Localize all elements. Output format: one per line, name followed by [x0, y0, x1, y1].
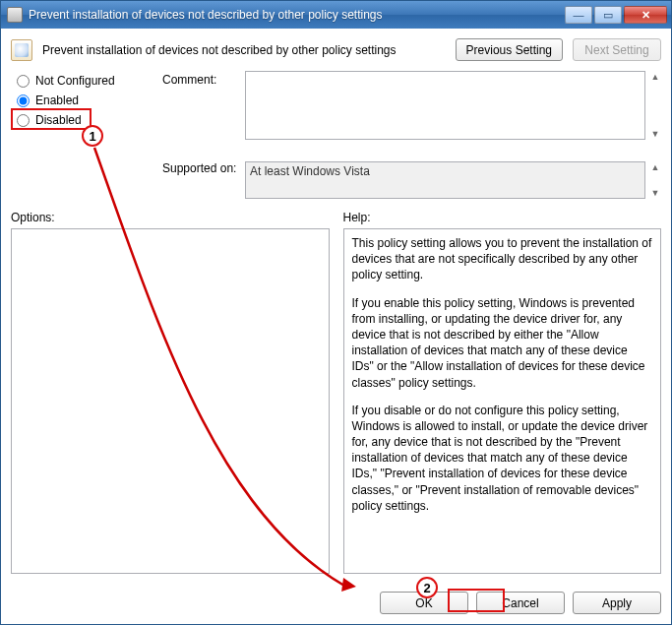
- help-pane: This policy setting allows you to preven…: [343, 228, 662, 574]
- policy-title: Prevent installation of devices not desc…: [42, 43, 446, 57]
- close-button[interactable]: ✕: [624, 6, 667, 24]
- scroll-down-icon[interactable]: ▼: [649, 187, 661, 199]
- radio-enabled-input[interactable]: [17, 94, 30, 107]
- options-pane: [11, 228, 330, 574]
- close-icon: ✕: [641, 10, 650, 21]
- supported-on-label: Supported on:: [162, 161, 241, 175]
- dialog-window: Prevent installation of devices not desc…: [0, 0, 672, 625]
- annotation-arrow-head: [341, 578, 357, 594]
- annotation-badge-2: 2: [416, 577, 438, 598]
- window-controls: — ▭ ✕: [565, 6, 667, 24]
- help-label: Help:: [343, 211, 662, 224]
- footer: OK Cancel Apply: [1, 584, 671, 624]
- help-paragraph: If you enable this policy setting, Windo…: [352, 295, 653, 391]
- titlebar-icon: [7, 7, 23, 23]
- window-title: Prevent installation of devices not desc…: [29, 8, 565, 22]
- minimize-button[interactable]: —: [565, 6, 592, 24]
- help-paragraph: This policy setting allows you to preven…: [352, 235, 653, 283]
- comment-scroll: ▲ ▼: [649, 71, 661, 140]
- radio-not-configured[interactable]: Not Configured: [17, 71, 158, 91]
- help-paragraph: If you disable or do not configure this …: [352, 403, 653, 514]
- lower-grid: Options: Help: This policy setting allow…: [11, 211, 661, 574]
- comment-label: Comment:: [162, 71, 241, 87]
- header-row: Prevent installation of devices not desc…: [11, 38, 661, 61]
- scroll-up-icon[interactable]: ▲: [649, 161, 661, 173]
- cancel-button[interactable]: Cancel: [476, 592, 565, 614]
- radio-not-configured-input[interactable]: [17, 75, 30, 88]
- apply-button[interactable]: Apply: [573, 592, 661, 614]
- options-label: Options:: [11, 211, 330, 224]
- scroll-up-icon[interactable]: ▲: [649, 71, 661, 83]
- radio-enabled[interactable]: Enabled: [17, 91, 158, 110]
- policy-icon: [11, 39, 32, 61]
- radio-enabled-label: Enabled: [35, 94, 79, 107]
- supported-on-field: [245, 161, 645, 199]
- supported-scroll: ▲ ▼: [649, 161, 661, 199]
- annotation-badge-1: 1: [82, 125, 103, 147]
- minimize-icon: —: [574, 10, 584, 21]
- radio-disabled-input[interactable]: [17, 114, 30, 127]
- state-radios: Not Configured Enabled Disabled: [11, 71, 158, 130]
- radio-disabled-label: Disabled: [35, 113, 82, 127]
- titlebar[interactable]: Prevent installation of devices not desc…: [1, 1, 671, 29]
- previous-setting-button[interactable]: Previous Setting: [456, 38, 563, 61]
- radio-not-configured-label: Not Configured: [35, 74, 115, 88]
- maximize-button[interactable]: ▭: [594, 6, 622, 24]
- upper-grid: Not Configured Enabled Disabled Comment:…: [11, 71, 661, 199]
- maximize-icon: ▭: [603, 10, 613, 21]
- content-area: Prevent installation of devices not desc…: [1, 29, 671, 584]
- next-setting-button[interactable]: Next Setting: [573, 38, 661, 61]
- scroll-down-icon[interactable]: ▼: [649, 128, 661, 140]
- comment-field[interactable]: [245, 71, 645, 140]
